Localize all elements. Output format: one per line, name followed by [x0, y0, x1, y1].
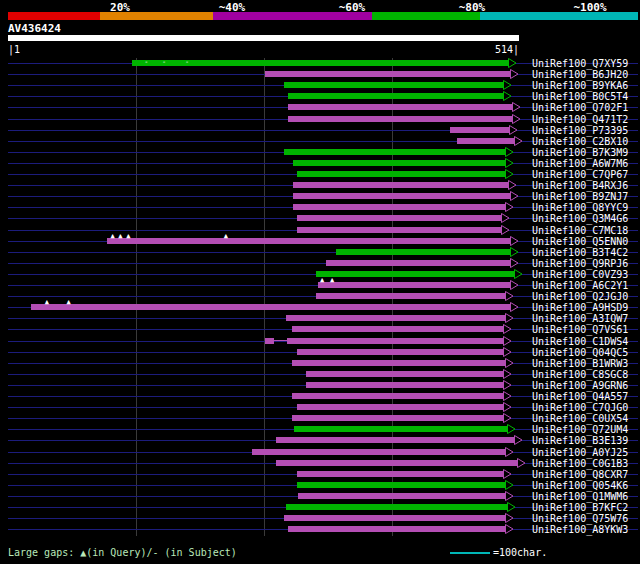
- bar-arrowhead[interactable]: [505, 480, 514, 490]
- bar-arrowhead[interactable]: [510, 247, 519, 257]
- subject-id-link[interactable]: UniRef100_Q5ENN0: [532, 236, 628, 247]
- alignment-bar[interactable]: [297, 349, 503, 355]
- subject-id-link[interactable]: UniRef100_B9YKA6: [532, 80, 628, 91]
- bar-arrowhead[interactable]: [503, 380, 512, 390]
- bar-arrowhead[interactable]: [517, 458, 526, 468]
- alignment-bar[interactable]: [265, 338, 275, 344]
- bar-arrowhead[interactable]: [509, 125, 518, 135]
- alignment-bar[interactable]: [316, 271, 514, 277]
- subject-id-link[interactable]: UniRef100_A0YJ25: [532, 447, 628, 458]
- bar-arrowhead[interactable]: [505, 147, 514, 157]
- bar-arrowhead[interactable]: [503, 369, 512, 379]
- subject-id-link[interactable]: UniRef100_Q9RPJ6: [532, 258, 628, 269]
- alignment-bar[interactable]: [297, 471, 503, 477]
- alignment-bar[interactable]: [252, 449, 506, 455]
- subject-id-link[interactable]: UniRef100_P73395: [532, 125, 628, 136]
- bar-arrowhead[interactable]: [505, 202, 514, 212]
- subject-id-link[interactable]: UniRef100_Q471T2: [532, 114, 628, 125]
- subject-id-link[interactable]: UniRef100_B3T4C2: [532, 247, 628, 258]
- subject-id-link[interactable]: UniRef100_C1DWS4: [532, 336, 628, 347]
- alignment-bar[interactable]: [288, 93, 503, 99]
- bar-arrowhead[interactable]: [503, 336, 512, 346]
- bar-arrowhead[interactable]: [505, 513, 514, 523]
- alignment-bar[interactable]: [286, 315, 505, 321]
- bar-arrowhead[interactable]: [505, 313, 514, 323]
- alignment-bar[interactable]: [288, 116, 512, 122]
- bar-arrowhead[interactable]: [503, 402, 512, 412]
- bar-arrowhead[interactable]: [501, 225, 510, 235]
- bar-arrowhead[interactable]: [503, 324, 512, 334]
- alignment-bar[interactable]: [287, 338, 503, 344]
- bar-arrowhead[interactable]: [508, 180, 517, 190]
- bar-arrowhead[interactable]: [508, 58, 517, 68]
- alignment-bar[interactable]: [292, 326, 503, 332]
- bar-arrowhead[interactable]: [512, 114, 521, 124]
- bar-arrowhead[interactable]: [505, 358, 514, 368]
- bar-arrowhead[interactable]: [510, 236, 519, 246]
- bar-arrowhead[interactable]: [505, 291, 514, 301]
- subject-id-link[interactable]: UniRef100_C0UX54: [532, 413, 628, 424]
- subject-id-link[interactable]: UniRef100_Q1MWM6: [532, 491, 628, 502]
- subject-id-link[interactable]: UniRef100_B7K3M9: [532, 147, 628, 158]
- alignment-bar[interactable]: [316, 293, 505, 299]
- bar-arrowhead[interactable]: [503, 91, 512, 101]
- bar-arrowhead[interactable]: [503, 413, 512, 423]
- alignment-bar[interactable]: [265, 71, 511, 77]
- alignment-bar[interactable]: [318, 282, 510, 288]
- alignment-bar[interactable]: [450, 127, 509, 133]
- bar-arrowhead[interactable]: [505, 524, 514, 534]
- alignment-bar[interactable]: [297, 227, 501, 233]
- alignment-bar[interactable]: [457, 138, 514, 144]
- bar-arrowhead[interactable]: [510, 191, 519, 201]
- alignment-bar[interactable]: [297, 404, 503, 410]
- subject-id-link[interactable]: UniRef100_Q8CXR7: [532, 469, 628, 480]
- bar-arrowhead[interactable]: [510, 258, 519, 268]
- alignment-bar[interactable]: [293, 182, 508, 188]
- subject-id-link[interactable]: UniRef100_B1WRW3: [532, 358, 628, 369]
- subject-id-link[interactable]: UniRef100_B6JH20: [532, 69, 628, 80]
- subject-id-link[interactable]: UniRef100_Q8YYC9: [532, 202, 628, 213]
- subject-id-link[interactable]: UniRef100_B0C5T4: [532, 91, 628, 102]
- alignment-bar[interactable]: [297, 215, 501, 221]
- subject-id-link[interactable]: UniRef100_C0VZ93: [532, 269, 628, 280]
- alignment-bar[interactable]: [297, 171, 505, 177]
- subject-id-link[interactable]: UniRef100_Q72UM4: [532, 424, 628, 435]
- subject-id-link[interactable]: UniRef100_Q054K6: [532, 480, 628, 491]
- bar-arrowhead[interactable]: [505, 158, 514, 168]
- alignment-bar[interactable]: [294, 426, 507, 432]
- subject-id-link[interactable]: UniRef100_A8YKW3: [532, 524, 628, 535]
- alignment-bar[interactable]: [297, 482, 505, 488]
- alignment-bar[interactable]: [284, 82, 503, 88]
- subject-id-link[interactable]: UniRef100_A3IQW7: [532, 313, 628, 324]
- subject-id-link[interactable]: UniRef100_A9HSD9: [532, 302, 628, 313]
- subject-id-link[interactable]: UniRef100_C8SGC8: [532, 369, 628, 380]
- bar-arrowhead[interactable]: [512, 102, 521, 112]
- subject-id-link[interactable]: UniRef100_B7KFC2: [532, 502, 628, 513]
- alignment-bar[interactable]: [306, 371, 503, 377]
- bar-arrowhead[interactable]: [503, 469, 512, 479]
- bar-arrowhead[interactable]: [501, 213, 510, 223]
- bar-arrowhead[interactable]: [505, 169, 514, 179]
- alignment-bar[interactable]: [336, 249, 510, 255]
- subject-id-link[interactable]: UniRef100_C7MC18: [532, 225, 628, 236]
- bar-arrowhead[interactable]: [510, 69, 519, 79]
- subject-id-link[interactable]: UniRef100_Q04QC5: [532, 347, 628, 358]
- alignment-bar[interactable]: [284, 515, 505, 521]
- subject-id-link[interactable]: UniRef100_A6W7M6: [532, 158, 628, 169]
- subject-id-link[interactable]: UniRef100_Q7XY59: [532, 58, 628, 69]
- bar-arrowhead[interactable]: [505, 491, 514, 501]
- alignment-bar[interactable]: [293, 193, 510, 199]
- bar-arrowhead[interactable]: [510, 280, 519, 290]
- bar-arrowhead[interactable]: [507, 502, 516, 512]
- alignment-bar[interactable]: [292, 393, 503, 399]
- bar-arrowhead[interactable]: [510, 302, 519, 312]
- alignment-bar[interactable]: [326, 260, 510, 266]
- bar-arrowhead[interactable]: [514, 435, 523, 445]
- alignment-bar[interactable]: [284, 149, 505, 155]
- bar-arrowhead[interactable]: [503, 391, 512, 401]
- subject-id-link[interactable]: UniRef100_A9GRN6: [532, 380, 628, 391]
- subject-id-link[interactable]: UniRef100_B4RXJ6: [532, 180, 628, 191]
- bar-arrowhead[interactable]: [505, 447, 514, 457]
- subject-id-link[interactable]: UniRef100_A6C2Y1: [532, 280, 628, 291]
- bar-arrowhead[interactable]: [503, 80, 512, 90]
